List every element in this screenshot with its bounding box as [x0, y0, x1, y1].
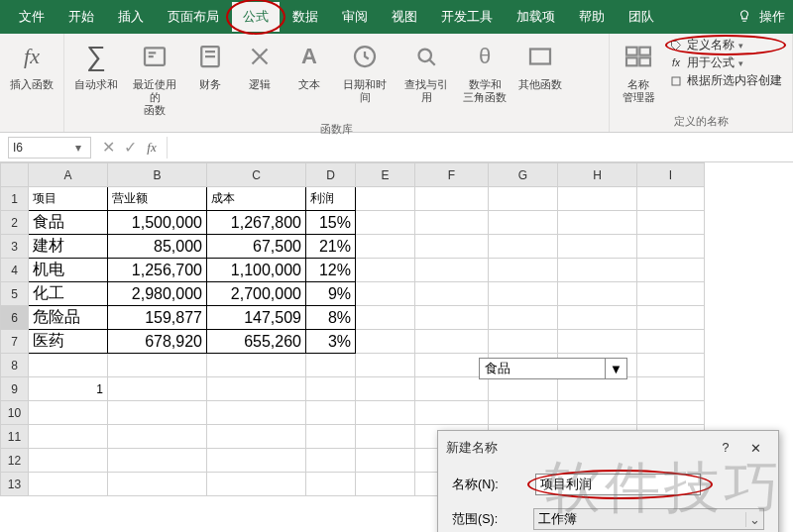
cell[interactable]: 1,100,000 [207, 259, 306, 282]
cell[interactable] [489, 211, 558, 235]
cell[interactable] [558, 235, 637, 259]
cell[interactable] [637, 187, 705, 211]
cell[interactable]: 85,000 [108, 235, 207, 259]
name-input[interactable] [535, 474, 701, 495]
cell[interactable] [637, 259, 705, 282]
cell[interactable] [415, 306, 489, 330]
tab-home[interactable]: 开始 [57, 2, 105, 32]
cell[interactable]: 147,509 [207, 306, 306, 330]
cancel-button[interactable]: ✕ [97, 137, 119, 159]
cell[interactable] [29, 425, 108, 449]
cell[interactable]: 8% [306, 306, 356, 330]
row-header[interactable]: 4 [1, 259, 29, 282]
cell[interactable] [489, 306, 558, 330]
dialog-help-button[interactable]: ? [711, 437, 740, 459]
combobox-arrow[interactable]: ▼ [605, 359, 626, 378]
cell[interactable] [637, 306, 705, 330]
cell[interactable] [558, 377, 637, 401]
cell[interactable] [415, 354, 489, 377]
other-functions-button[interactable]: 其他函数 [512, 36, 568, 93]
row-header[interactable]: 8 [1, 354, 29, 377]
cell[interactable]: 12% [306, 259, 356, 282]
insert-function-button[interactable]: fx 插入函数 [4, 36, 59, 93]
cell[interactable] [637, 330, 705, 354]
cell[interactable] [356, 330, 415, 354]
cell[interactable] [207, 354, 306, 377]
cell[interactable] [207, 401, 306, 425]
cell[interactable] [637, 235, 705, 259]
fx-button[interactable]: fx [141, 137, 163, 159]
cell[interactable] [558, 282, 637, 306]
cell[interactable]: 建材 [29, 235, 108, 259]
cell[interactable] [306, 473, 356, 496]
cell[interactable] [29, 354, 108, 377]
col-header[interactable]: D [306, 163, 356, 187]
cell[interactable]: 1,500,000 [108, 211, 207, 235]
cell[interactable] [108, 401, 207, 425]
cell[interactable]: 67,500 [207, 235, 306, 259]
cell[interactable] [415, 211, 489, 235]
dialog-titlebar[interactable]: 新建名称 ? ✕ [438, 431, 778, 465]
cell[interactable] [489, 187, 558, 211]
tab-insert[interactable]: 插入 [107, 2, 155, 32]
row-header[interactable]: 11 [1, 425, 29, 449]
cell[interactable] [489, 330, 558, 354]
lookup-button[interactable]: 查找与引用 [396, 36, 457, 106]
tab-view[interactable]: 视图 [381, 2, 428, 32]
col-header[interactable]: F [415, 163, 489, 187]
cell[interactable] [558, 306, 637, 330]
row-header[interactable]: 7 [1, 330, 29, 354]
scope-dropdown-arrow[interactable]: ⌄ [745, 512, 763, 527]
col-header[interactable]: G [489, 163, 558, 187]
cell[interactable] [558, 330, 637, 354]
cell[interactable]: 1,267,800 [207, 211, 306, 235]
cell[interactable] [356, 401, 415, 425]
cell[interactable] [356, 282, 415, 306]
row-header[interactable]: 2 [1, 211, 29, 235]
cell[interactable] [415, 259, 489, 282]
row-header[interactable]: 5 [1, 282, 29, 306]
use-in-formula-button[interactable]: fx 用于公式 ▾ [669, 55, 782, 70]
cell[interactable]: 营业额 [108, 187, 207, 211]
row-header[interactable]: 6 [1, 306, 29, 330]
cell[interactable]: 655,260 [207, 330, 306, 354]
cell[interactable] [356, 473, 415, 496]
name-manager-button[interactable]: 名称 管理器 [614, 36, 663, 106]
col-header[interactable]: H [558, 163, 637, 187]
cell[interactable] [356, 354, 415, 377]
cell[interactable] [489, 235, 558, 259]
cell[interactable] [637, 211, 705, 235]
cell[interactable] [29, 449, 108, 473]
formula-input[interactable] [167, 137, 793, 159]
define-name-button[interactable]: 定义名称 ▾ [669, 38, 782, 53]
cell[interactable] [356, 306, 415, 330]
cell[interactable] [108, 354, 207, 377]
cell[interactable] [637, 354, 705, 377]
col-header[interactable]: C [207, 163, 306, 187]
cell[interactable] [108, 473, 207, 496]
row-header[interactable]: 10 [1, 401, 29, 425]
cell[interactable]: 化工 [29, 282, 108, 306]
cell[interactable] [356, 211, 415, 235]
cell[interactable] [207, 377, 306, 401]
cell[interactable] [415, 235, 489, 259]
tab-addins[interactable]: 加载项 [506, 2, 566, 32]
create-from-selection-button[interactable]: 根据所选内容创建 [669, 73, 782, 88]
tab-help[interactable]: 帮助 [568, 2, 616, 32]
cell[interactable] [415, 330, 489, 354]
cell[interactable]: 医药 [29, 330, 108, 354]
cell[interactable] [489, 401, 558, 425]
col-header[interactable] [1, 163, 29, 187]
cell[interactable] [356, 187, 415, 211]
mathtrig-button[interactable]: θ 数学和 三角函数 [457, 36, 512, 106]
recent-functions-button[interactable]: 最近使用的 函数 [124, 36, 185, 120]
cell[interactable] [207, 449, 306, 473]
cell[interactable] [29, 401, 108, 425]
cell[interactable]: 2,980,000 [108, 282, 207, 306]
cell[interactable] [306, 449, 356, 473]
row-header[interactable]: 3 [1, 235, 29, 259]
cell[interactable] [306, 354, 356, 377]
cell[interactable] [489, 377, 558, 401]
cell[interactable]: 15% [306, 211, 356, 235]
logical-button[interactable]: 逻辑 [235, 36, 284, 93]
